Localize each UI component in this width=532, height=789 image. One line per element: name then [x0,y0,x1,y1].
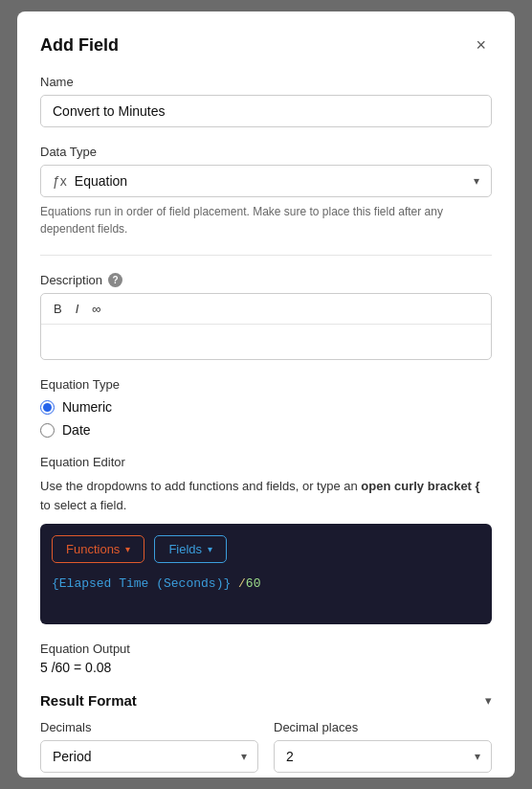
radio-date-label: Date [62,422,91,438]
decimals-select[interactable]: Period [40,740,258,773]
equation-type-radio-group: Numeric Date [40,399,492,438]
modal-header: Add Field × [40,34,492,56]
link-button[interactable]: ∞ [87,300,105,318]
decimal-places-select-wrapper: 2 ▾ [274,740,492,773]
italic-button[interactable]: I [71,300,84,318]
description-field-group: Description ? B I ∞ [40,273,492,360]
decimals-label: Decimals [40,720,258,734]
equation-field-token: {Elapsed Time (Seconds)} [52,576,231,591]
description-editor: B I ∞ [40,293,492,360]
equation-output-section: Equation Output 5 /60 = 0.08 [40,642,492,675]
data-type-field-group: Data Type ƒx Equation ▾ Equations run in… [40,145,492,237]
result-format-section: Result Format ▾ Decimals Period ▾ Decima… [40,692,492,773]
decimals-col: Decimals Period ▾ [40,720,258,773]
equation-editor-section: Equation Editor Use the dropdowns to add… [40,455,492,624]
radio-date[interactable]: Date [40,422,492,438]
equation-number-token: 60 [246,576,261,591]
fields-chevron-icon: ▾ [208,544,212,554]
equation-type-section: Equation Type Numeric Date [40,377,492,438]
result-format-chevron-icon: ▾ [485,693,492,708]
decimal-places-select[interactable]: 2 [274,740,492,773]
close-button[interactable]: × [470,34,492,56]
data-type-value: Equation [75,173,479,189]
fields-button[interactable]: Fields ▾ [154,535,227,563]
equation-box[interactable]: Functions ▾ Fields ▾ {Elapsed Time (Seco… [40,524,492,624]
data-type-select[interactable]: ƒx Equation ▾ [40,165,492,197]
equation-buttons: Functions ▾ Fields ▾ [52,535,480,563]
radio-numeric-label: Numeric [62,399,112,415]
modal-title: Add Field [40,35,119,56]
radio-numeric[interactable]: Numeric [40,399,492,415]
data-type-label: Data Type [40,145,492,159]
divider [40,255,492,256]
data-type-hint: Equations run in order of field placemen… [40,203,492,237]
help-icon: ? [108,273,122,287]
equation-code[interactable]: {Elapsed Time (Seconds)} /60 [52,575,480,613]
add-field-modal: Add Field × Name Data Type ƒx Equation ▾… [17,11,515,778]
decimal-places-label: Decimal places [274,720,492,734]
functions-button[interactable]: Functions ▾ [52,535,144,563]
radio-numeric-input[interactable] [40,400,55,415]
equation-icon: ƒx [53,173,67,189]
equation-output-value: 5 /60 = 0.08 [40,660,492,675]
format-row: Decimals Period ▾ Decimal places 2 ▾ [40,720,492,773]
name-field-group: Name [40,75,492,127]
equation-type-label: Equation Type [40,377,492,392]
name-label: Name [40,75,492,89]
functions-chevron-icon: ▾ [125,544,130,554]
equation-editor-label: Equation Editor [40,455,492,469]
name-input[interactable] [40,95,492,127]
equation-editor-hint: Use the dropdowns to add functions and f… [40,477,492,514]
equation-output-label: Equation Output [40,642,492,656]
bold-button[interactable]: B [49,300,67,318]
equation-operator-token: / [231,576,246,591]
decimals-select-wrapper: Period ▾ [40,740,258,773]
result-format-title: Result Format [40,692,137,709]
description-label-row: Description ? [40,273,492,287]
radio-date-input[interactable] [40,423,55,438]
description-body[interactable] [41,325,491,359]
decimal-places-col: Decimal places 2 ▾ [274,720,492,773]
editor-toolbar: B I ∞ [41,294,491,325]
description-label-text: Description [40,273,102,287]
result-format-header: Result Format ▾ [40,692,492,709]
